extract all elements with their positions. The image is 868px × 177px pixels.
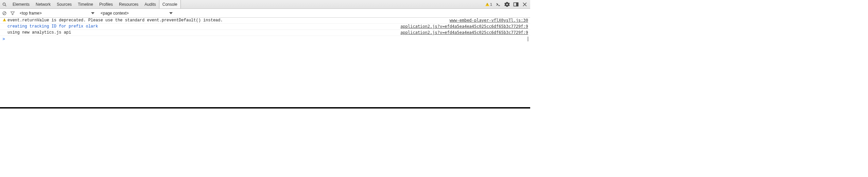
tab-sources[interactable]: Sources <box>54 0 75 8</box>
context-label: <page context> <box>101 11 129 16</box>
show-drawer-icon[interactable] <box>496 2 501 7</box>
tab-timeline[interactable]: Timeline <box>75 0 96 8</box>
console-messages: event.returnValue is deprecated. Please … <box>0 18 530 107</box>
console-message: using new analytics.js api application2.… <box>0 30 530 36</box>
warning-count-badge[interactable]: 1 <box>485 2 492 6</box>
message-text: using new analytics.js api <box>7 30 396 35</box>
tab-label: Audits <box>144 2 156 7</box>
tab-label: Profiles <box>99 2 113 7</box>
dock-side-icon[interactable] <box>513 2 519 7</box>
chevron-down-icon <box>91 12 94 14</box>
tab-label: Sources <box>57 2 72 7</box>
tab-label: Console <box>162 2 177 7</box>
chevron-down-icon <box>169 12 173 14</box>
prompt-caret-icon: > <box>1 37 6 41</box>
tab-label: Timeline <box>78 2 93 7</box>
tab-label: Network <box>36 2 51 7</box>
message-level-icon <box>2 18 7 21</box>
tab-resources[interactable]: Resources <box>116 0 141 8</box>
close-icon[interactable] <box>522 2 527 7</box>
tab-label: Elements <box>13 2 30 7</box>
console-filter-bar: <top frame> <page context> <box>0 9 530 18</box>
warning-count: 1 <box>490 2 492 6</box>
text-cursor <box>528 37 528 41</box>
message-source-link[interactable]: www-embed-player-vflX0ysTl.js:30 <box>446 18 528 23</box>
console-prompt[interactable]: > <box>0 36 530 43</box>
tab-console[interactable]: Console <box>159 0 181 8</box>
tab-audits[interactable]: Audits <box>141 0 159 8</box>
console-message: creating tracking ID for prefix olark ap… <box>0 24 530 30</box>
warning-icon <box>3 18 6 21</box>
tab-label: Resources <box>119 2 138 7</box>
console-message: event.returnValue is deprecated. Please … <box>0 18 530 24</box>
tab-profiles[interactable]: Profiles <box>96 0 116 8</box>
svg-point-3 <box>506 3 508 5</box>
panel-tabs: Elements Network Sources Timeline Profil… <box>10 0 181 8</box>
message-text: event.returnValue is deprecated. Please … <box>7 18 446 23</box>
filter-icon[interactable] <box>10 11 15 16</box>
svg-line-9 <box>3 12 6 14</box>
frame-label: <top frame> <box>20 11 42 16</box>
message-text: creating tracking ID for prefix olark <box>7 24 396 29</box>
frame-selector[interactable]: <top frame> <box>18 11 96 16</box>
tab-elements[interactable]: Elements <box>10 0 33 8</box>
message-source-link[interactable]: application2.js?v=efd4a5ea4ea45c025cc6df… <box>396 24 528 29</box>
message-source-link[interactable]: application2.js?v=efd4a5ea4ea45c025cc6df… <box>396 30 528 35</box>
gear-icon[interactable] <box>504 2 510 7</box>
warning-icon <box>485 3 489 6</box>
context-selector[interactable]: <page context> <box>99 11 174 16</box>
console-input[interactable] <box>6 37 527 41</box>
toolbar-right: 1 <box>485 2 529 7</box>
svg-marker-10 <box>11 12 15 15</box>
clear-console-icon[interactable] <box>2 11 7 16</box>
devtools-toolbar: Elements Network Sources Timeline Profil… <box>0 0 530 9</box>
svg-point-0 <box>3 3 5 5</box>
search-icon[interactable] <box>2 2 7 7</box>
svg-rect-5 <box>517 3 518 6</box>
svg-line-1 <box>5 5 6 6</box>
tab-network[interactable]: Network <box>33 0 54 8</box>
